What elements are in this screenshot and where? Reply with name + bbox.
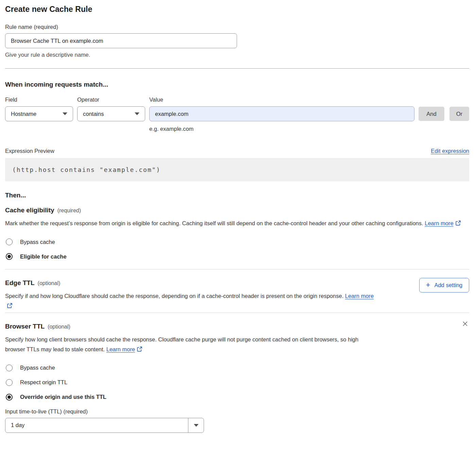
edge-ttl-learn-more-link[interactable]: Learn more xyxy=(345,293,374,299)
radio-icon xyxy=(6,365,13,371)
chevron-down-icon xyxy=(63,112,67,115)
field-select-value: Hostname xyxy=(11,111,36,117)
edge-ttl-text-col: Edge TTL (optional) Specify if and how l… xyxy=(5,269,379,311)
browser-ttl-qualifier: (optional) xyxy=(48,324,70,330)
chevron-down-icon xyxy=(135,112,139,115)
and-button[interactable]: And xyxy=(419,107,444,121)
radio-bypass-cache-browser[interactable]: Bypass cache xyxy=(5,365,469,371)
cache-eligibility-radio-group: Bypass cache Eligible for cache xyxy=(5,238,469,260)
external-link-icon xyxy=(7,303,13,309)
cache-eligibility-title-row: Cache eligibility (required) xyxy=(5,207,469,214)
then-heading: Then... xyxy=(5,192,469,199)
value-help: e.g. example.com xyxy=(149,126,414,132)
operator-label: Operator xyxy=(77,96,145,103)
add-setting-label: Add setting xyxy=(434,282,462,288)
edge-ttl-title: Edge TTL xyxy=(5,279,35,287)
radio-icon xyxy=(6,379,13,386)
radio-icon xyxy=(6,394,13,401)
radio-icon xyxy=(6,238,13,245)
operator-select-value: contains xyxy=(83,111,104,117)
match-condition-row: Field Operator Value Hostname contains A… xyxy=(5,96,469,132)
add-setting-button[interactable]: + Add setting xyxy=(419,278,469,293)
plus-icon: + xyxy=(426,281,430,289)
edge-ttl-qualifier: (optional) xyxy=(38,280,61,286)
rule-name-help: Give your rule a descriptive name. xyxy=(5,52,469,58)
browser-ttl-learn-more-link[interactable]: Learn more xyxy=(106,346,135,352)
browser-ttl-description-text: Specify how long client browsers should … xyxy=(5,336,358,352)
browser-ttl-section: Browser TTL (optional) Specify how long … xyxy=(5,313,469,434)
value-label: Value xyxy=(149,96,414,103)
expression-code-block: (http.host contains "example.com") xyxy=(5,158,469,181)
browser-ttl-text-col: Browser TTL (optional) Specify how long … xyxy=(5,313,379,355)
ttl-label: Input time-to-live (TTL) (required) xyxy=(5,408,469,415)
ttl-field: Input time-to-live (TTL) (required) 1 da… xyxy=(5,408,469,433)
close-icon xyxy=(462,320,469,327)
cache-eligibility-title: Cache eligibility xyxy=(5,207,54,214)
radio-label: Bypass cache xyxy=(20,365,55,371)
edit-expression-link[interactable]: Edit expression xyxy=(431,148,469,154)
operator-select[interactable]: contains xyxy=(77,106,145,121)
browser-ttl-title-row: Browser TTL (optional) xyxy=(5,323,379,330)
browser-ttl-radio-group: Bypass cache Respect origin TTL Override… xyxy=(5,365,469,401)
value-input[interactable] xyxy=(149,106,414,121)
browser-ttl-header: Browser TTL (optional) Specify how long … xyxy=(5,313,469,355)
section-divider xyxy=(5,68,469,69)
expression-section: Expression Preview Edit expression (http… xyxy=(5,148,469,181)
browser-ttl-description: Specify how long client browsers should … xyxy=(5,335,379,355)
rule-name-input[interactable] xyxy=(5,33,237,48)
page-title: Create new Cache Rule xyxy=(5,5,469,14)
field-select[interactable]: Hostname xyxy=(5,106,73,121)
radio-icon xyxy=(6,253,13,260)
match-section: When incoming requests match... Field Op… xyxy=(5,81,469,132)
ttl-select-caret-segment[interactable] xyxy=(188,418,204,432)
cache-eligibility-section: Cache eligibility (required) Mark whethe… xyxy=(5,207,469,269)
ttl-select-value: 1 day xyxy=(5,418,188,432)
rule-name-label: Rule name (required) xyxy=(5,24,469,30)
expression-preview-label: Expression Preview xyxy=(5,148,54,154)
field-label: Field xyxy=(5,96,73,103)
remove-browser-ttl-button[interactable] xyxy=(461,320,469,329)
expression-header: Expression Preview Edit expression xyxy=(5,148,469,154)
radio-eligible-for-cache[interactable]: Eligible for cache xyxy=(5,253,469,260)
radio-bypass-cache[interactable]: Bypass cache xyxy=(5,238,469,245)
match-heading: When incoming requests match... xyxy=(5,81,469,88)
external-link-icon xyxy=(137,347,142,353)
radio-label: Eligible for cache xyxy=(20,253,67,260)
cache-eligibility-description: Mark whether the request’s response from… xyxy=(5,218,469,229)
radio-label: Override origin and use this TTL xyxy=(20,394,106,400)
external-link-icon xyxy=(455,221,461,227)
browser-ttl-title: Browser TTL xyxy=(5,323,45,330)
edge-ttl-description-text: Specify if and how long Cloudflare shoul… xyxy=(5,293,343,299)
edge-ttl-title-row: Edge TTL (optional) xyxy=(5,279,379,287)
radio-label: Bypass cache xyxy=(20,239,55,245)
cache-eligibility-learn-more-link[interactable]: Learn more xyxy=(425,220,453,226)
edge-ttl-header: Edge TTL (optional) Specify if and how l… xyxy=(5,269,469,311)
cache-eligibility-qualifier: (required) xyxy=(57,208,81,214)
rule-name-section: Rule name (required) Give your rule a de… xyxy=(5,24,469,58)
edge-ttl-description: Specify if and how long Cloudflare shoul… xyxy=(5,291,379,311)
create-cache-rule-form: Create new Cache Rule Rule name (require… xyxy=(0,0,476,441)
or-button[interactable]: Or xyxy=(449,107,469,121)
chevron-down-icon xyxy=(194,424,199,427)
cache-eligibility-description-text: Mark whether the request’s response from… xyxy=(5,220,423,226)
radio-respect-origin-ttl[interactable]: Respect origin TTL xyxy=(5,379,469,386)
radio-label: Respect origin TTL xyxy=(20,379,67,386)
radio-override-origin-ttl[interactable]: Override origin and use this TTL xyxy=(5,394,469,401)
ttl-select[interactable]: 1 day xyxy=(5,418,204,433)
edge-ttl-section: Edge TTL (optional) Specify if and how l… xyxy=(5,269,469,313)
